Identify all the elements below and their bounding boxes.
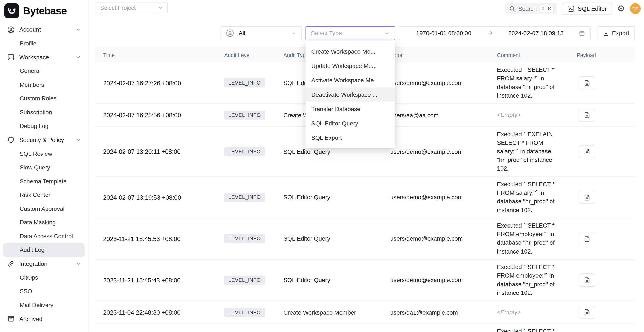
archive-icon [7, 315, 15, 323]
chevron-down-icon [76, 261, 81, 266]
actor-filter-select[interactable]: All [220, 26, 302, 40]
cell-actor: users/demo@example.com [386, 127, 493, 176]
sidebar-item-account[interactable]: Account [3, 22, 85, 36]
sidebar-item-profile[interactable]: Profile [3, 36, 85, 50]
cell-audit-level: LEVEL_INFO [220, 260, 279, 301]
sidebar-item-general[interactable]: General [3, 64, 85, 78]
brand-logo[interactable]: Bytebase [3, 2, 85, 22]
col-header-time: Time [96, 48, 220, 62]
cell-audit-type: Create Workspace Member [279, 301, 386, 324]
gear-icon[interactable]: ⚙ [617, 4, 625, 13]
sidebar-item-risk-center[interactable]: Risk Center [3, 188, 85, 202]
sidebar-item-custom-approval[interactable]: Custom Approval [3, 202, 85, 215]
date-from[interactable]: 1970-01-01 08:00:00 [404, 30, 483, 37]
chevron-down-icon [158, 5, 163, 10]
calendar-icon [579, 30, 585, 37]
bytebase-logo-icon [4, 3, 19, 18]
project-select[interactable]: Select Project [96, 2, 168, 13]
dropdown-option[interactable]: Create Workspace Me... [306, 44, 395, 59]
sidebar-item-audit-log[interactable]: Audit Log [3, 243, 85, 257]
view-payload-button[interactable] [579, 76, 595, 89]
workspace-grid-icon [7, 53, 15, 61]
cell-actor: users/demo@example.com [386, 324, 493, 332]
filter-row: All Select Type 1970-01-01 08:00:00 2024… [96, 26, 634, 40]
dropdown-option[interactable]: SQL Editor Query [306, 116, 395, 130]
dropdown-option[interactable]: Activate Workspace Me... [306, 73, 395, 87]
export-button[interactable]: Export [598, 26, 634, 40]
table-row: 2023-11-21 15:45:43 +08:00 LEVEL_INFO SQ… [96, 260, 634, 301]
date-range-picker[interactable]: 1970-01-01 08:00:00 2024-02-07 18:09:13 [399, 26, 591, 40]
sidebar-item-security-policy[interactable]: Security & Policy [3, 133, 85, 147]
search-icon [509, 5, 516, 12]
sidebar-item-sso[interactable]: SSO [3, 284, 85, 298]
view-payload-button[interactable] [579, 306, 595, 319]
cell-comment: Executed `"SELECT * FROM salary;"` in da… [493, 62, 573, 103]
sidebar-item-archived[interactable]: Archived [3, 312, 85, 326]
dropdown-option[interactable]: Deactivate Workspace ... [306, 87, 395, 102]
cell-audit-level: LEVEL_INFO [220, 218, 279, 259]
arrow-right-icon [486, 30, 493, 37]
cell-comment: Executed `"EXPLAIN SELECT * FROM salary;… [493, 127, 573, 176]
global-search[interactable]: Search ⌘ K [505, 3, 557, 14]
cell-time: 2024-02-07 16:27:26 +08:00 [96, 62, 220, 103]
col-header-audit-level: Audit Level [220, 48, 279, 62]
cell-audit-type: SQL Editor Query [279, 324, 386, 332]
col-header-actor: Actor [386, 48, 493, 62]
sidebar-item-debug-log[interactable]: Debug Log [3, 119, 85, 133]
brand-name: Bytebase [23, 5, 66, 17]
cell-payload [573, 260, 634, 301]
sidebar-item-schema-template[interactable]: Schema Template [3, 174, 85, 188]
sidebar-item-sql-review[interactable]: SQL Review [3, 147, 85, 161]
sidebar-item-slow-query[interactable]: Slow Query [3, 161, 85, 174]
cell-time: 2023-11-04 22:48:30 +08:00 [96, 301, 220, 324]
table-row: 2023-11-04 22:48:30 +08:00 LEVEL_INFO Cr… [96, 301, 634, 324]
type-filter-select[interactable]: Select Type [306, 26, 395, 40]
cell-comment: Executed `"SELECT * FROM salary;"` in da… [493, 177, 573, 218]
sidebar-item-subscription[interactable]: Subscription [3, 105, 85, 119]
dropdown-option[interactable]: Update Workspace Me... [306, 59, 395, 73]
cell-audit-level: LEVEL_INFO [220, 127, 279, 176]
chevron-down-icon [76, 137, 81, 143]
type-filter-placeholder: Select Type [311, 30, 342, 37]
sidebar-item-data-access-control[interactable]: Data Access Control [3, 229, 85, 243]
chevron-down-icon [76, 27, 81, 32]
cell-payload [573, 127, 634, 176]
export-label: Export [612, 30, 629, 37]
search-label: Search [518, 5, 536, 12]
avatar[interactable]: DE [630, 3, 641, 14]
level-badge: LEVEL_INFO [224, 308, 265, 317]
sql-editor-button[interactable]: SQL Editor [562, 2, 612, 14]
view-payload-button[interactable] [579, 191, 595, 204]
dropdown-option[interactable]: Transfer Database [306, 102, 395, 116]
sidebar-item-custom-roles[interactable]: Custom Roles [3, 92, 85, 105]
col-header-payload: Payload [573, 48, 634, 62]
link-icon [7, 260, 15, 267]
topbar: Select Project Search ⌘ K SQL Editor ⚙ D… [88, 0, 644, 15]
cell-comment: <Empty> [493, 301, 573, 324]
dropdown-option[interactable]: SQL Export [306, 130, 395, 145]
sidebar-item-gitops[interactable]: GitOps [3, 271, 85, 284]
sidebar-item-integration[interactable]: Integration [3, 257, 85, 271]
date-to[interactable]: 2024-02-07 18:09:13 [496, 30, 576, 37]
sidebar-item-workspace[interactable]: Workspace [3, 50, 85, 64]
sidebar-item-members[interactable]: Members [3, 78, 85, 92]
cell-time: 2023-11-04 21:26:34 +08:00 [96, 324, 220, 332]
view-payload-button[interactable] [579, 232, 595, 245]
cell-time: 2023-11-21 15:45:53 +08:00 [96, 218, 220, 259]
sidebar-item-label: Workspace [19, 54, 49, 60]
cell-audit-level: LEVEL_INFO [220, 177, 279, 218]
view-payload-button[interactable] [579, 273, 595, 287]
project-select-placeholder: Select Project [100, 4, 136, 11]
actor-filter-value: All [239, 30, 245, 37]
sidebar-item-mail-delivery[interactable]: Mail Delivery [3, 298, 85, 312]
cell-actor: users/aa@aa.com [386, 104, 493, 126]
table-row: 2023-11-21 15:45:53 +08:00 LEVEL_INFO SQ… [96, 218, 634, 260]
cell-payload [573, 218, 634, 259]
cell-comment: Executed `"SELECT * FROM employee;"` in … [493, 260, 573, 301]
view-payload-button[interactable] [579, 145, 595, 158]
view-payload-button[interactable] [579, 109, 595, 122]
sidebar-item-data-masking[interactable]: Data Masking [3, 215, 85, 229]
cell-actor: users/demo@example.com [386, 62, 493, 103]
cell-comment: Executed `"SELECT * FROM department;"` i… [493, 324, 573, 332]
cell-audit-type: SQL Editor Query [279, 260, 386, 301]
